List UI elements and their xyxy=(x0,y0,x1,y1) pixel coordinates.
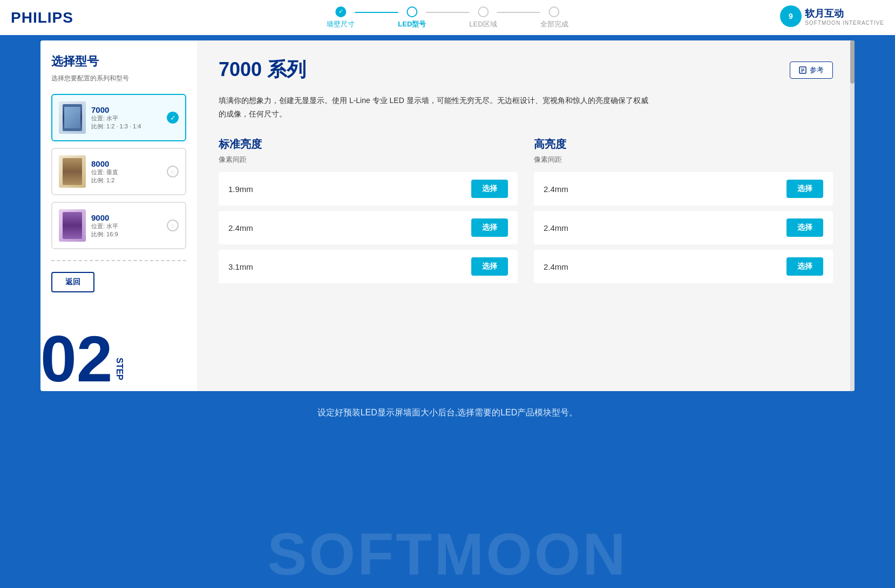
model-info-9000: 9000 位置: 水平 比例: 16:9 xyxy=(91,213,161,238)
sidebar-title: 选择型号 xyxy=(51,53,186,70)
high-select-btn-3[interactable]: 选择 xyxy=(786,257,823,276)
sidebar-subtitle: 选择您要配置的系列和型号 xyxy=(51,74,186,83)
standard-pixel-value-1: 1.9mm xyxy=(228,184,253,194)
standard-select-btn-3[interactable]: 选择 xyxy=(471,257,508,276)
high-pixel-value-3: 2.4mm xyxy=(544,262,568,271)
step-label-1: 墙壁尺寸 xyxy=(327,19,355,29)
bottom-text: 设定好预装LED显示屏墙面大小后台,选择需要的LED产品模块型号。 xyxy=(40,407,855,419)
standard-brightness-section: 标准亮度 像素间距 1.9mm 选择 2.4mm 选择 3.1mm 选择 xyxy=(219,137,518,289)
step-circle-2 xyxy=(406,6,417,17)
step-decoration: 02 STEP xyxy=(40,326,124,391)
step-label-3: LED区域 xyxy=(469,19,497,29)
high-pixel-label: 像素间距 xyxy=(534,155,833,165)
high-option-3: 2.4mm 选择 xyxy=(534,250,833,283)
brightness-grid: 标准亮度 像素间距 1.9mm 选择 2.4mm 选择 3.1mm 选择 xyxy=(219,137,833,289)
scrollbar[interactable] xyxy=(850,40,855,391)
scrollbar-thumb xyxy=(850,40,855,84)
svg-text:9: 9 xyxy=(789,12,793,20)
standard-option-2: 2.4mm 选择 xyxy=(219,211,518,244)
step-connector-1-2 xyxy=(355,12,398,13)
model-pos-9000: 位置: 水平 xyxy=(91,222,161,230)
brand-name-container: 软月互动 SOFTMOON INTERACTIVE xyxy=(805,7,884,26)
standard-option-3: 3.1mm 选择 xyxy=(219,250,518,283)
standard-select-btn-1[interactable]: 选择 xyxy=(471,180,508,198)
sidebar-divider xyxy=(51,260,186,261)
model-ratio-9000: 比例: 16:9 xyxy=(91,230,161,238)
high-pixel-value-1: 2.4mm xyxy=(544,184,568,194)
model-thumb-image-7000 xyxy=(63,104,82,131)
model-check-7000: ✓ xyxy=(167,112,179,124)
model-card-9000[interactable]: 9000 位置: 水平 比例: 16:9 ○ xyxy=(51,202,186,249)
high-option-1: 2.4mm 选择 xyxy=(534,172,833,206)
model-pos-7000: 位置: 水平 xyxy=(91,114,161,122)
standard-brightness-title: 标准亮度 xyxy=(219,137,518,152)
step-circle-3 xyxy=(478,6,489,17)
model-check-8000: ○ xyxy=(167,166,179,177)
model-info-7000: 7000 位置: 水平 比例: 1:2 · 1:3 · 1:4 xyxy=(91,105,161,131)
model-thumb-8000 xyxy=(59,155,86,188)
brand-sub: SOFTMOON INTERACTIVE xyxy=(805,20,884,26)
step-nav-item-4[interactable]: 全部完成 xyxy=(540,6,568,29)
model-thumb-image-9000 xyxy=(63,212,82,239)
series-title: 7000 系列 xyxy=(219,57,306,83)
step-number: 02 xyxy=(40,326,112,391)
watermark: SOFTMOON xyxy=(267,519,628,588)
model-thumb-7000 xyxy=(59,101,86,134)
step-connector-3-4 xyxy=(497,12,540,13)
standard-pixel-label: 像素间距 xyxy=(219,155,518,165)
brand-icon: 9 xyxy=(780,5,802,27)
model-card-8000[interactable]: 8000 位置: 垂直 比例: 1:2 ○ xyxy=(51,148,186,195)
high-brightness-section: 高亮度 像素间距 2.4mm 选择 2.4mm 选择 2.4mm 选择 xyxy=(534,137,833,289)
model-ratio-8000: 比例: 1:2 xyxy=(91,176,161,184)
model-card-7000[interactable]: 7000 位置: 水平 比例: 1:2 · 1:3 · 1:4 ✓ xyxy=(51,94,186,141)
right-panel: 7000 系列 参考 填满你的想象力，创建无显显示。使用 L-Line 专业 L… xyxy=(197,40,855,391)
panel-header: 7000 系列 参考 xyxy=(219,57,833,83)
main-content: 选择型号 选择您要配置的系列和型号 7000 位置: 水平 比例: 1:2 · … xyxy=(40,40,855,391)
standard-select-btn-2[interactable]: 选择 xyxy=(471,218,508,237)
step-label-4: 全部完成 xyxy=(540,19,568,29)
back-button[interactable]: 返回 xyxy=(51,272,94,292)
model-name-7000: 7000 xyxy=(91,105,161,114)
model-name-8000: 8000 xyxy=(91,159,161,168)
standard-pixel-value-2: 2.4mm xyxy=(228,223,253,233)
brand-name: 软月互动 xyxy=(805,7,884,20)
high-pixel-value-2: 2.4mm xyxy=(544,223,568,233)
panel-description: 填满你的想象力，创建无显显示。使用 L-Line 专业 LED 显示墙，可能性无… xyxy=(219,94,650,121)
model-ratio-7000: 比例: 1:2 · 1:3 · 1:4 xyxy=(91,122,161,131)
model-name-9000: 9000 xyxy=(91,213,161,222)
philips-logo: PHILIPS xyxy=(11,9,73,26)
high-select-btn-2[interactable]: 选择 xyxy=(786,218,823,237)
standard-option-1: 1.9mm 选择 xyxy=(219,172,518,206)
step-circle-1: ✓ xyxy=(335,6,346,17)
ref-icon xyxy=(799,66,806,74)
step-word: STEP xyxy=(114,358,124,380)
step-nav-item-2[interactable]: LED型号 xyxy=(398,6,426,29)
step-circle-4 xyxy=(549,6,560,17)
step-nav-item-3[interactable]: LED区域 xyxy=(469,6,497,29)
step-nav: ✓ 墙壁尺寸 LED型号 LED区域 全部完成 xyxy=(327,6,568,29)
high-option-2: 2.4mm 选择 xyxy=(534,211,833,244)
top-bar: PHILIPS ✓ 墙壁尺寸 LED型号 LED区域 全部完成 9 xyxy=(0,0,895,35)
step-nav-item-1[interactable]: ✓ 墙壁尺寸 xyxy=(327,6,355,29)
ref-btn-label: 参考 xyxy=(810,65,824,75)
high-brightness-title: 高亮度 xyxy=(534,137,833,152)
step-label-2: LED型号 xyxy=(398,19,426,29)
model-check-9000: ○ xyxy=(167,220,179,231)
high-select-btn-1[interactable]: 选择 xyxy=(786,180,823,198)
standard-pixel-value-3: 3.1mm xyxy=(228,262,253,271)
model-thumb-image-8000 xyxy=(63,158,82,185)
bottom-area: 设定好预装LED显示屏墙面大小后台,选择需要的LED产品模块型号。 xyxy=(40,396,855,429)
step-connector-2-3 xyxy=(426,12,469,13)
model-info-8000: 8000 位置: 垂直 比例: 1:2 xyxy=(91,159,161,184)
model-thumb-9000 xyxy=(59,209,86,242)
brand-logo-right: 9 软月互动 SOFTMOON INTERACTIVE xyxy=(780,5,884,27)
reference-button[interactable]: 参考 xyxy=(790,61,833,79)
model-pos-8000: 位置: 垂直 xyxy=(91,168,161,176)
